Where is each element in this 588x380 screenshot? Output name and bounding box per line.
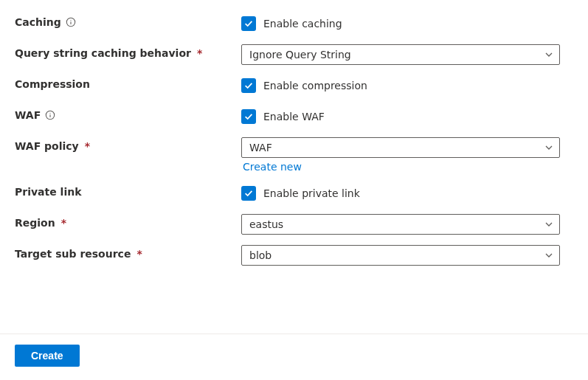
query-string-label: Query string caching behavior * — [15, 44, 241, 59]
waf-policy-label: WAF policy * — [15, 137, 241, 152]
compression-checkbox-label: Enable compression — [263, 80, 367, 91]
query-string-value: Ignore Query String — [249, 49, 351, 61]
info-icon[interactable] — [66, 17, 76, 27]
chevron-down-icon — [544, 50, 553, 59]
required-asterisk: * — [85, 140, 90, 152]
private-link-label: Private link — [15, 183, 241, 198]
required-asterisk: * — [61, 217, 66, 229]
caching-checkbox-label: Enable caching — [263, 18, 342, 30]
chevron-down-icon — [544, 251, 553, 260]
svg-point-1 — [70, 20, 71, 21]
waf-label: WAF — [15, 106, 241, 121]
private-link-checkbox[interactable] — [241, 186, 256, 201]
caching-checkbox[interactable] — [241, 16, 256, 31]
compression-checkbox[interactable] — [241, 78, 256, 93]
target-sub-dropdown[interactable]: blob — [241, 245, 560, 266]
target-sub-value: blob — [249, 249, 271, 261]
region-label: Region * — [15, 214, 241, 229]
waf-policy-value: WAF — [249, 142, 272, 153]
target-sub-label-text: Target sub resource — [15, 248, 131, 260]
query-string-label-text: Query string caching behavior — [15, 47, 191, 59]
private-link-label-text: Private link — [15, 186, 81, 198]
footer-bar: Create — [0, 334, 588, 380]
chevron-down-icon — [544, 143, 553, 152]
svg-point-4 — [50, 113, 51, 114]
waf-checkbox-label: Enable WAF — [263, 111, 325, 122]
create-new-link[interactable]: Create new — [241, 161, 573, 173]
region-label-text: Region — [15, 217, 55, 229]
waf-policy-dropdown[interactable]: WAF — [241, 137, 560, 158]
info-icon[interactable] — [45, 110, 55, 120]
create-button[interactable]: Create — [15, 345, 80, 367]
query-string-dropdown[interactable]: Ignore Query String — [241, 44, 560, 65]
chevron-down-icon — [544, 220, 553, 229]
caching-label: Caching — [15, 13, 241, 28]
waf-checkbox[interactable] — [241, 109, 256, 124]
required-asterisk: * — [197, 47, 202, 59]
region-value: eastus — [249, 218, 283, 230]
waf-policy-label-text: WAF policy — [15, 140, 79, 152]
waf-label-text: WAF — [15, 109, 41, 121]
compression-label-text: Compression — [15, 78, 90, 90]
caching-label-text: Caching — [15, 16, 61, 28]
private-link-checkbox-label: Enable private link — [263, 187, 360, 199]
required-asterisk: * — [136, 248, 142, 260]
target-sub-label: Target sub resource * — [15, 245, 241, 260]
region-dropdown[interactable]: eastus — [241, 214, 560, 235]
compression-label: Compression — [15, 75, 241, 90]
